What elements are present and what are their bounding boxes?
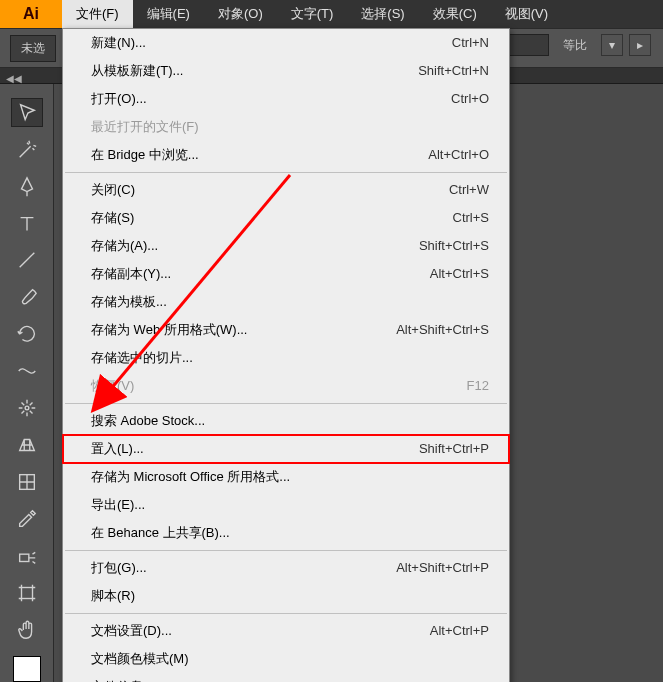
menu-item: 恢复(V)F12 xyxy=(63,372,509,400)
menu-item-label: 关闭(C) xyxy=(91,180,135,200)
ratio-label: 等比 xyxy=(555,37,595,54)
menu-item[interactable]: 存储选中的切片... xyxy=(63,344,509,372)
menu-separator xyxy=(65,613,507,614)
menu-item-label: 存储副本(Y)... xyxy=(91,264,171,284)
menu-item-label: 存储为 Web 所用格式(W)... xyxy=(91,320,247,340)
menu-4[interactable]: 选择(S) xyxy=(347,0,418,28)
menu-item-shortcut: Shift+Ctrl+P xyxy=(419,439,489,459)
file-menu-dropdown: 新建(N)...Ctrl+N从模板新建(T)...Shift+Ctrl+N打开(… xyxy=(62,28,510,682)
menu-item[interactable]: 存储副本(Y)...Alt+Ctrl+S xyxy=(63,260,509,288)
menu-item[interactable]: 存储为模板... xyxy=(63,288,509,316)
collapse-arrows-icon[interactable]: ◀◀ xyxy=(0,73,22,84)
menu-item-shortcut: Ctrl+N xyxy=(452,33,489,53)
hand-tool[interactable] xyxy=(11,616,43,645)
menu-2[interactable]: 对象(O) xyxy=(204,0,277,28)
mesh-tool[interactable] xyxy=(11,468,43,497)
menu-item-shortcut: Ctrl+S xyxy=(453,208,489,228)
menu-item-shortcut: Alt+Shift+Ctrl+I xyxy=(401,677,489,682)
menu-1[interactable]: 编辑(E) xyxy=(133,0,204,28)
menu-item-label: 导出(E)... xyxy=(91,495,145,515)
menu-item[interactable]: 文档设置(D)...Alt+Ctrl+P xyxy=(63,617,509,645)
no-selection-label: 未选 xyxy=(10,35,56,62)
menu-item-label: 脚本(R) xyxy=(91,586,135,606)
menu-item-shortcut: Alt+Ctrl+O xyxy=(428,145,489,165)
fill-swatch[interactable] xyxy=(13,656,41,682)
menu-item-label: 新建(N)... xyxy=(91,33,146,53)
menu-item[interactable]: 导出(E)... xyxy=(63,491,509,519)
menu-item-shortcut: Alt+Shift+Ctrl+S xyxy=(396,320,489,340)
width-tool[interactable] xyxy=(11,357,43,386)
menu-separator xyxy=(65,403,507,404)
artboard-tool[interactable] xyxy=(11,579,43,608)
menu-separator xyxy=(65,550,507,551)
type-tool[interactable] xyxy=(11,209,43,238)
rotate-tool[interactable] xyxy=(11,320,43,349)
options-extra-btn[interactable]: ▸ xyxy=(629,34,651,56)
menu-item-label: 存储为 Microsoft Office 所用格式... xyxy=(91,467,290,487)
menu-item-label: 打包(G)... xyxy=(91,558,147,578)
menu-item[interactable]: 在 Behance 上共享(B)... xyxy=(63,519,509,547)
menu-item-label: 文件信息(I)... xyxy=(91,677,166,682)
menu-item[interactable]: 文档颜色模式(M) xyxy=(63,645,509,673)
free-transform-tool[interactable] xyxy=(11,394,43,423)
menu-item-shortcut: Alt+Ctrl+P xyxy=(430,621,489,641)
perspective-tool[interactable] xyxy=(11,431,43,460)
menu-item-shortcut: Alt+Ctrl+S xyxy=(430,264,489,284)
menu-item-label: 存储为模板... xyxy=(91,292,167,312)
menu-item-label: 从模板新建(T)... xyxy=(91,61,183,81)
menu-separator xyxy=(65,172,507,173)
paintbrush-tool[interactable] xyxy=(11,283,43,312)
menu-item-label: 在 Bridge 中浏览... xyxy=(91,145,199,165)
menu-5[interactable]: 效果(C) xyxy=(419,0,491,28)
menu-item[interactable]: 打包(G)...Alt+Shift+Ctrl+P xyxy=(63,554,509,582)
menu-item-label: 搜索 Adobe Stock... xyxy=(91,411,205,431)
menu-item[interactable]: 存储(S)Ctrl+S xyxy=(63,204,509,232)
ratio-dropdown[interactable]: ▾ xyxy=(601,34,623,56)
menu-3[interactable]: 文字(T) xyxy=(277,0,348,28)
app-icon: Ai xyxy=(0,0,62,28)
menu-item[interactable]: 从模板新建(T)...Shift+Ctrl+N xyxy=(63,57,509,85)
line-tool[interactable] xyxy=(11,246,43,275)
menu-item[interactable]: 存储为 Web 所用格式(W)...Alt+Shift+Ctrl+S xyxy=(63,316,509,344)
menu-6[interactable]: 视图(V) xyxy=(491,0,562,28)
svg-rect-3 xyxy=(21,588,32,599)
symbol-sprayer-tool[interactable] xyxy=(11,542,43,571)
menu-item: 最近打开的文件(F) xyxy=(63,113,509,141)
pen-tool[interactable] xyxy=(11,172,43,201)
menu-0[interactable]: 文件(F) xyxy=(62,0,133,28)
menu-item-shortcut: Ctrl+O xyxy=(451,89,489,109)
menu-item-label: 置入(L)... xyxy=(91,439,144,459)
menu-item-label: 存储(S) xyxy=(91,208,134,228)
options-right: 等比 ▾ ▸ xyxy=(489,34,651,56)
selection-tool[interactable] xyxy=(11,98,43,127)
eyedropper-tool[interactable] xyxy=(11,505,43,534)
menu-item-shortcut: Alt+Shift+Ctrl+P xyxy=(396,558,489,578)
menu-item-label: 文档设置(D)... xyxy=(91,621,172,641)
menu-item-label: 存储选中的切片... xyxy=(91,348,193,368)
menu-item-shortcut: Ctrl+W xyxy=(449,180,489,200)
menu-item[interactable]: 关闭(C)Ctrl+W xyxy=(63,176,509,204)
menu-item[interactable]: 存储为(A)...Shift+Ctrl+S xyxy=(63,232,509,260)
menu-item[interactable]: 脚本(R) xyxy=(63,582,509,610)
menu-item[interactable]: 文件信息(I)...Alt+Shift+Ctrl+I xyxy=(63,673,509,682)
menu-item-label: 打开(O)... xyxy=(91,89,147,109)
magic-wand-tool[interactable] xyxy=(11,135,43,164)
menu-item-shortcut: F12 xyxy=(467,376,489,396)
menu-item-label: 文档颜色模式(M) xyxy=(91,649,189,669)
menu-item[interactable]: 存储为 Microsoft Office 所用格式... xyxy=(63,463,509,491)
menu-item[interactable]: 新建(N)...Ctrl+N xyxy=(63,29,509,57)
menubar: Ai 文件(F)编辑(E)对象(O)文字(T)选择(S)效果(C)视图(V) xyxy=(0,0,663,28)
menu-item-shortcut: Shift+Ctrl+N xyxy=(418,61,489,81)
svg-point-0 xyxy=(25,406,29,410)
menu-item-label: 恢复(V) xyxy=(91,376,134,396)
menu-item-label: 在 Behance 上共享(B)... xyxy=(91,523,230,543)
menu-item[interactable]: 在 Bridge 中浏览...Alt+Ctrl+O xyxy=(63,141,509,169)
toolbox xyxy=(0,84,54,682)
menu-item[interactable]: 置入(L)...Shift+Ctrl+P xyxy=(63,435,509,463)
menu-item-shortcut: Shift+Ctrl+S xyxy=(419,236,489,256)
menu-item-label: 存储为(A)... xyxy=(91,236,158,256)
menu-item[interactable]: 搜索 Adobe Stock... xyxy=(63,407,509,435)
menu-item-label: 最近打开的文件(F) xyxy=(91,117,199,137)
menu-item[interactable]: 打开(O)...Ctrl+O xyxy=(63,85,509,113)
svg-rect-2 xyxy=(19,554,28,561)
